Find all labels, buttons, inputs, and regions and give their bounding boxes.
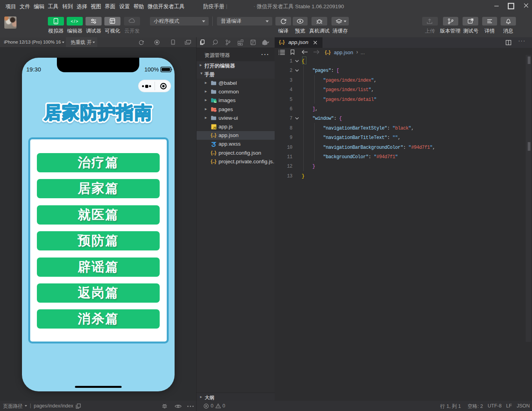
svg-text:JS: JS (213, 126, 217, 129)
svg-text:居家防护指南: 居家防护指南 (44, 102, 152, 122)
svg-text:<>: <> (214, 110, 217, 112)
